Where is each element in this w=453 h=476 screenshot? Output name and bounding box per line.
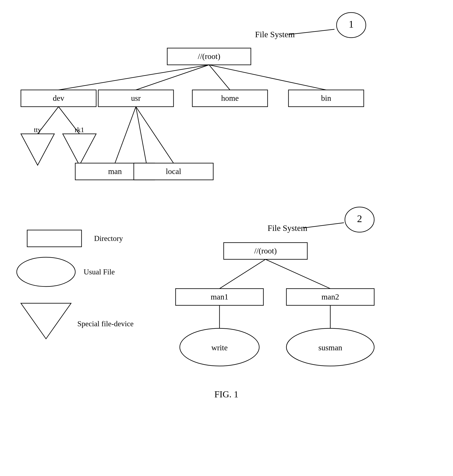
svg-line-16	[115, 107, 136, 163]
svg-line-29	[265, 259, 330, 288]
svg-line-4	[58, 65, 209, 90]
svg-marker-15	[63, 134, 96, 165]
fs2-label: File System	[268, 223, 307, 233]
fs1-root: //(root)	[198, 52, 220, 61]
man-node: man	[108, 167, 122, 176]
svg-text:1: 1	[349, 19, 354, 30]
svg-text:2: 2	[357, 213, 362, 224]
legend-usual-file: Usual File	[84, 268, 115, 276]
svg-line-17	[136, 107, 146, 163]
write-node: write	[211, 343, 228, 352]
man2-node: man2	[321, 292, 339, 301]
svg-line-28	[219, 259, 265, 288]
fs2-root: //(root)	[254, 246, 277, 255]
rk1-node: rk1	[75, 126, 84, 134]
tty-node: tty	[34, 126, 41, 134]
bin-node: bin	[321, 94, 331, 102]
man1-node: man1	[211, 292, 228, 301]
home-node: home	[221, 94, 239, 102]
svg-line-5	[136, 65, 209, 90]
susman-node: susman	[318, 343, 342, 352]
legend-special-file: Special file-device	[77, 320, 134, 328]
fig-caption: FIG. 1	[214, 389, 239, 399]
legend-directory: Directory	[94, 234, 123, 243]
svg-line-26	[303, 223, 344, 228]
usr-node: usr	[131, 94, 141, 102]
svg-line-2	[289, 29, 334, 35]
svg-marker-14	[21, 134, 54, 165]
svg-point-22	[17, 257, 75, 287]
diagram-container: 1 File System //(root) dev usr home bin	[0, 0, 453, 476]
svg-line-18	[136, 107, 174, 163]
local-node: local	[166, 167, 181, 176]
svg-marker-23	[21, 303, 71, 339]
fs1-label: File System	[255, 30, 295, 39]
dev-node: dev	[53, 94, 64, 102]
svg-rect-21	[27, 230, 82, 247]
